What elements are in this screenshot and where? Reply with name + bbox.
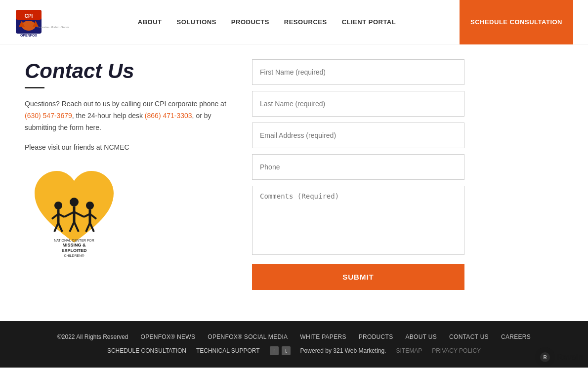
privacy-policy-link[interactable]: Privacy Policy: [432, 347, 481, 354]
sitemap-link[interactable]: Sitemap: [396, 347, 422, 354]
title-underline: [25, 87, 44, 88]
footer-technical-support-link[interactable]: TECHNICAL SUPPORT: [196, 347, 260, 354]
footer-secondary-links: Sitemap Privacy Policy: [396, 347, 481, 354]
footer-link-careers[interactable]: CAREERS: [501, 333, 531, 340]
footer-link-news[interactable]: OPENFOX® NEWS: [141, 333, 196, 340]
email-input[interactable]: [252, 123, 464, 148]
copyright: ©2022 All Rights Reserved: [57, 333, 128, 340]
schedule-consultation-button[interactable]: SCHEDULE CONSULTATION: [460, 0, 573, 44]
svg-point-20: [86, 202, 94, 209]
twitter-icon[interactable]: t: [282, 346, 291, 355]
powered-by: Powered by 321 Web Marketing.: [300, 347, 386, 354]
nav-products[interactable]: PRODUCTS: [231, 18, 269, 26]
page-title: Contact Us: [25, 59, 232, 83]
contact-form: SUBMIT: [252, 59, 563, 290]
svg-text:NATIONAL CENTER FOR: NATIONAL CENTER FOR: [54, 239, 94, 242]
footer-top-links: ©2022 All Rights Reserved OPENFOX® NEWS …: [25, 333, 563, 340]
footer-link-social-media[interactable]: OPENFOX® SOCIAL MEDIA: [208, 333, 288, 340]
footer-link-about[interactable]: ABOUT US: [406, 333, 437, 340]
svg-text:MISSING &: MISSING &: [62, 243, 86, 248]
contact-description: Questions? Reach out to us by calling ou…: [25, 98, 232, 133]
facebook-icon[interactable]: f: [270, 346, 279, 355]
revain-watermark: R Revain: [535, 347, 583, 367]
footer-link-products[interactable]: PRODUCTS: [359, 333, 393, 340]
nav-solutions[interactable]: SOLUTIONS: [177, 18, 216, 26]
svg-text:EXPLOITED: EXPLOITED: [61, 248, 87, 253]
contact-form-area: SUBMIT: [252, 54, 563, 301]
nav-resources[interactable]: RESOURCES: [284, 18, 327, 26]
social-icons: f t: [270, 346, 291, 355]
nav-about[interactable]: ABOUT: [138, 18, 162, 26]
site-header: CPI OPENFOX Innovative · Modern · Secure…: [0, 0, 588, 44]
svg-point-8: [54, 202, 62, 209]
submit-button[interactable]: SUBMIT: [252, 264, 464, 290]
revain-label: Revain: [557, 353, 583, 362]
nav-client-portal[interactable]: CLIENT PORTAL: [342, 18, 396, 26]
revain-icon: R: [535, 347, 555, 367]
first-name-input[interactable]: [252, 59, 464, 85]
left-column: Contact Us Questions? Reach out to us by…: [25, 54, 232, 301]
footer-link-contact[interactable]: CONTACT US: [449, 333, 489, 340]
svg-text:R: R: [543, 355, 547, 360]
footer-schedule-link[interactable]: SCHEDULE CONSULTATION: [107, 347, 186, 354]
ncmec-label: Please visit our friends at NCMEC: [25, 143, 232, 151]
svg-point-14: [70, 198, 79, 207]
svg-text:CHILDREN®: CHILDREN®: [64, 254, 85, 257]
phone-input[interactable]: [252, 154, 464, 180]
main-nav: ABOUT SOLUTIONS PRODUCTS RESOURCES CLIEN…: [74, 18, 460, 26]
svg-text:OPENFOX: OPENFOX: [20, 34, 38, 37]
svg-text:CPI: CPI: [25, 13, 33, 19]
ncmec-logo[interactable]: NATIONAL CENTER FOR MISSING & EXPLOITED …: [25, 159, 124, 259]
main-content: Contact Us Questions? Reach out to us by…: [0, 44, 588, 321]
footer-bottom-links: SCHEDULE CONSULTATION TECHNICAL SUPPORT …: [25, 346, 563, 355]
logo-area[interactable]: CPI OPENFOX Innovative · Modern · Secure: [15, 6, 74, 38]
last-name-input[interactable]: [252, 91, 464, 117]
footer-link-white-papers[interactable]: WHITE PAPERS: [300, 333, 346, 340]
comments-textarea[interactable]: [252, 186, 464, 255]
svg-text:Innovative · Modern · Secure: Innovative · Modern · Secure: [38, 26, 69, 29]
logo-icon: CPI OPENFOX Innovative · Modern · Secure: [15, 6, 74, 38]
phone-link-1[interactable]: (630) 547-3679: [25, 112, 72, 120]
phone-link-2[interactable]: (866) 471-3303: [145, 112, 192, 120]
site-footer: ©2022 All Rights Reserved OPENFOX® NEWS …: [0, 321, 588, 368]
